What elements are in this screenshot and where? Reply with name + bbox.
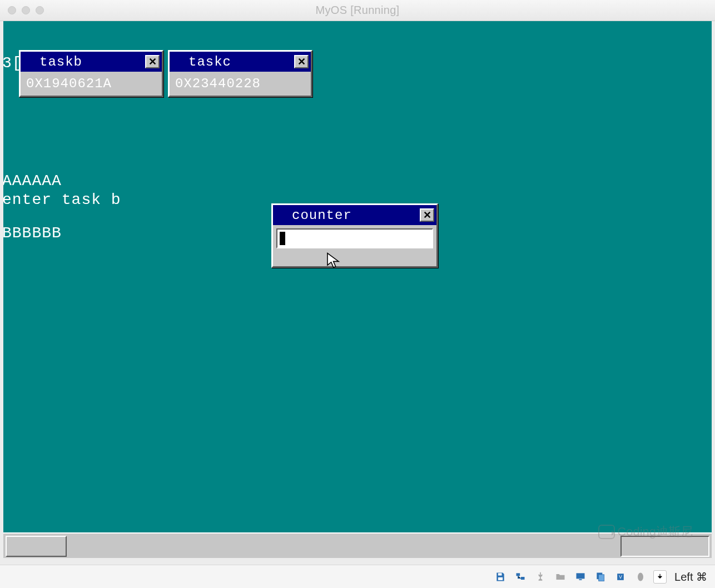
host-titlebar: MyOS [Running]: [0, 0, 715, 21]
start-button[interactable]: [6, 536, 67, 557]
desktop-text-bbbbbb: BBBBBB: [3, 225, 62, 242]
text-cursor-icon: [280, 232, 285, 245]
display-icon[interactable]: [573, 571, 588, 583]
close-window-icon[interactable]: [8, 6, 16, 14]
mouse-icon[interactable]: [633, 571, 648, 583]
svg-rect-1: [498, 577, 503, 580]
svg-rect-5: [579, 579, 582, 580]
guest-taskbar: [3, 532, 712, 558]
taskbar-tray[interactable]: [620, 536, 709, 557]
window-taskc-value: 0X23440228: [170, 72, 311, 96]
usb-icon[interactable]: [533, 571, 548, 583]
svg-text:V: V: [619, 574, 622, 580]
window-taskc-title: taskc: [188, 54, 294, 69]
window-taskc[interactable]: taskc ✕ 0X23440228: [168, 50, 312, 97]
guest-desktop[interactable]: 3[ AAAAAA enter task b BBBBBB taskb ✕ 0X…: [3, 21, 712, 538]
network-icon[interactable]: [513, 571, 528, 583]
window-taskc-titlebar[interactable]: taskc ✕: [170, 52, 311, 72]
window-taskb-titlebar[interactable]: taskb ✕: [21, 52, 162, 72]
zoom-window-icon[interactable]: [36, 6, 44, 14]
window-counter-title: counter: [292, 208, 420, 223]
svg-rect-2: [517, 573, 520, 576]
host-window-title: MyOS [Running]: [0, 4, 715, 17]
minimize-window-icon[interactable]: [22, 6, 30, 14]
host-status-bar: V Left ⌘: [0, 565, 715, 588]
svg-rect-0: [498, 573, 502, 575]
svg-rect-4: [577, 573, 585, 579]
capture-arrow-icon[interactable]: [653, 570, 667, 584]
window-counter-titlebar[interactable]: counter ✕: [273, 205, 436, 225]
clipboard-icon[interactable]: [593, 571, 608, 583]
chip-icon[interactable]: V: [613, 571, 628, 583]
desktop-text-enter-task: enter task b: [3, 191, 121, 208]
close-icon[interactable]: ✕: [145, 55, 160, 68]
window-taskb-value: 0X1940621A: [21, 72, 162, 96]
floppy-icon[interactable]: [493, 571, 508, 583]
host-capture-key: Left ⌘: [674, 570, 707, 584]
svg-rect-7: [599, 574, 604, 581]
folder-icon[interactable]: [553, 571, 568, 583]
close-icon[interactable]: ✕: [294, 55, 309, 68]
close-icon[interactable]: ✕: [420, 208, 434, 222]
window-taskb-title: taskb: [39, 54, 145, 69]
svg-rect-3: [521, 577, 525, 580]
window-counter[interactable]: counter ✕: [271, 203, 438, 268]
counter-input[interactable]: [276, 228, 433, 248]
window-controls: [8, 6, 44, 14]
desktop-text-aaaaaa: AAAAAA: [3, 172, 62, 190]
window-taskb[interactable]: taskb ✕ 0X1940621A: [19, 50, 163, 97]
svg-point-10: [638, 572, 643, 581]
